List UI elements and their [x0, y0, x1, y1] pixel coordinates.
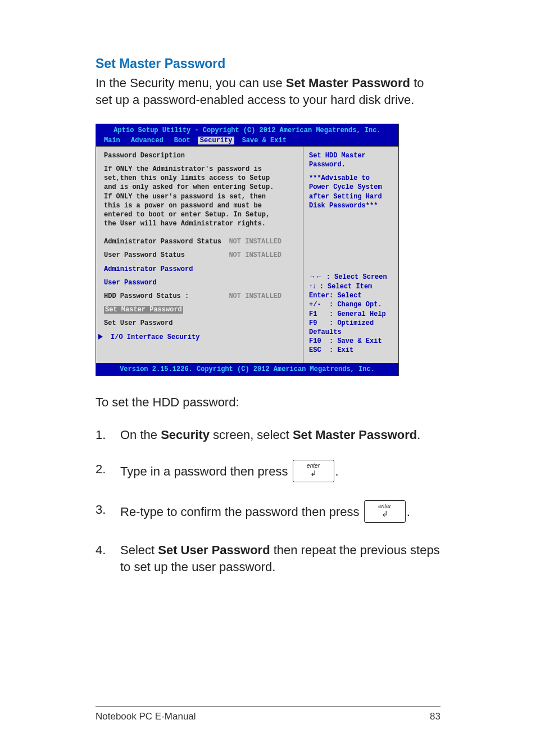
step-4: 4. Select Set User Password then repeat … — [96, 542, 440, 575]
io-label: I/O Interface Security — [111, 333, 199, 341]
bios-help-line: Password. — [309, 160, 394, 169]
bios-title: Aptio Setup Utility - Copyright (C) 2012… — [96, 124, 398, 135]
bios-desc-line: entered to boot or enter Setup. In Setup… — [104, 210, 297, 219]
text: . — [335, 464, 339, 478]
bios-help-line: ***Advisable to — [309, 174, 394, 183]
text: Type in a password then press — [120, 464, 292, 478]
bios-key-line: ESC : Exit — [309, 346, 394, 355]
bios-key-line: F1 : General Help — [309, 310, 394, 319]
bios-key-line: Defaults — [309, 328, 394, 337]
bios-tabs: Main Advanced Boot Security Save & Exit — [96, 136, 398, 146]
bios-io-security: I/O Interface Security — [104, 333, 297, 342]
bios-tab-main: Main — [101, 137, 124, 144]
text-bold: Set User Password — [158, 543, 270, 557]
steps-list: 1. On the Security screen, select Set Ma… — [96, 427, 440, 576]
bios-user-pwd: User Password — [104, 278, 297, 287]
text: . — [407, 505, 410, 519]
enter-key-icon: enter ↲ — [293, 460, 334, 482]
bios-admin-pwd: Administrator Password — [104, 265, 297, 274]
page-number: 83 — [430, 711, 440, 722]
instruction-lead: To set the HDD password: — [96, 395, 440, 410]
label: User Password Status — [104, 251, 185, 260]
step-number: 4. — [96, 542, 120, 559]
bios-pwd-desc-head: Password Description — [104, 151, 297, 160]
bios-right-pane: Set HDD Master Password. ***Advisable to… — [303, 147, 398, 363]
selected-item: Set Master Password — [104, 306, 183, 314]
bios-desc-line: set,then this only limits access to Setu… — [104, 174, 297, 183]
bios-key-line: +/- : Change Opt. — [309, 300, 394, 309]
value: NOT INSTALLED — [229, 237, 281, 246]
bios-tab-save-exit: Save & Exit — [239, 137, 290, 144]
key-desc: : Select Screen — [326, 273, 387, 281]
bios-desc-line: the User will have Administrator rights. — [104, 219, 297, 228]
page-footer: Notebook PC E-Manual 83 — [96, 706, 440, 722]
section-heading: Set Master Password — [96, 56, 440, 71]
intro-paragraph: In the Security menu, you can use Set Ma… — [96, 75, 440, 108]
bios-screenshot: Aptio Setup Utility - Copyright (C) 2012… — [96, 124, 399, 375]
text: Re-type to confirm the password then pre… — [120, 505, 363, 519]
intro-pre: In the Security menu, you can use — [96, 76, 286, 90]
return-arrow-icon: ↲ — [310, 468, 317, 479]
intro-bold: Set Master Password — [286, 76, 410, 90]
bios-set-user-pwd: Set User Password — [104, 319, 297, 328]
bios-left-pane: Password Description If ONLY the Adminis… — [96, 147, 303, 363]
bios-help-line: Set HDD Master — [309, 151, 394, 160]
text: Select — [120, 543, 158, 557]
text: On the — [120, 428, 161, 442]
enter-key-icon: enter ↲ — [364, 500, 406, 523]
bios-help-line: Disk Passwords*** — [309, 201, 394, 210]
bios-tab-advanced: Advanced — [128, 137, 167, 144]
bios-desc-line: and is only asked for when entering Setu… — [104, 183, 297, 192]
arrow-icon: ↑↓ — [309, 282, 320, 290]
step-number: 2. — [96, 461, 120, 478]
value: NOT INSTALLED — [229, 292, 281, 301]
key-desc: : Select Item — [320, 283, 373, 291]
bios-tab-boot: Boot — [171, 137, 194, 144]
value: NOT INSTALLED — [229, 251, 281, 260]
text: screen, select — [210, 428, 293, 442]
bios-key-line: Enter: Select — [309, 291, 394, 300]
bios-set-master-pwd: Set Master Password — [104, 305, 297, 314]
bios-key-line: ↑↓ : Select Item — [309, 282, 394, 291]
bios-hdd-pwd-status: HDD Password Status : NOT INSTALLED — [104, 292, 297, 301]
bios-key-line: →← : Select Screen — [309, 272, 394, 282]
step-number: 3. — [96, 501, 120, 518]
step-1: 1. On the Security screen, select Set Ma… — [96, 427, 440, 443]
bios-key-line: F9 : Optimized — [309, 319, 394, 328]
text-bold: Set Master Password — [293, 428, 417, 442]
label: Administrator Password Status — [104, 237, 221, 246]
bios-desc-line: If ONLY the user's password is set, then — [104, 192, 297, 201]
bios-tab-security: Security — [198, 137, 235, 144]
footer-title: Notebook PC E-Manual — [96, 711, 196, 722]
bios-key-line: F10 : Save & Exit — [309, 337, 394, 346]
bios-help-line: after Setting Hard — [309, 192, 394, 201]
step-2: 2. Type in a password then press enter ↲… — [96, 461, 440, 483]
bios-desc-line: this is a power on password and must be — [104, 201, 297, 210]
step-number: 1. — [96, 427, 120, 443]
bios-desc-line: If ONLY the Administrator's password is — [104, 165, 297, 174]
bios-footer: Version 2.15.1226. Copyright (C) 2012 Am… — [96, 363, 398, 375]
bios-user-pwd-status: User Password Status NOT INSTALLED — [104, 251, 297, 260]
text: . — [417, 428, 420, 442]
label: HDD Password Status : — [104, 292, 189, 301]
triangle-icon — [98, 334, 103, 339]
return-arrow-icon: ↲ — [381, 509, 388, 519]
text-bold: Security — [161, 428, 210, 442]
arrow-icon: →← — [309, 273, 326, 280]
bios-admin-pwd-status: Administrator Password Status NOT INSTAL… — [104, 237, 297, 246]
bios-help-line: Power Cycle System — [309, 183, 394, 192]
step-3: 3. Re-type to confirm the password then … — [96, 501, 440, 524]
